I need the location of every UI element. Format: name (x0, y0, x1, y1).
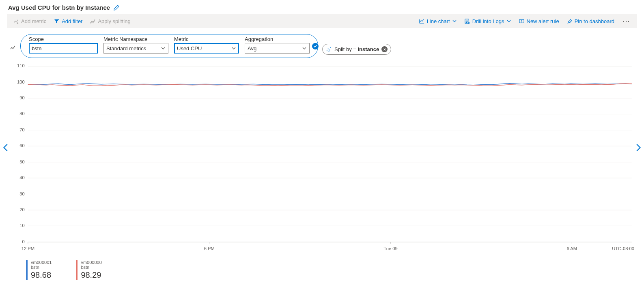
split-by-pill[interactable]: Split by = Instance (322, 44, 391, 55)
svg-point-4 (328, 48, 329, 49)
add-metric-button[interactable]: Add metric (12, 17, 47, 25)
scope-input[interactable] (29, 43, 98, 54)
split-by-label: Split by = Instance (334, 46, 379, 52)
y-tick-label: 100 (17, 79, 25, 84)
filter-icon (54, 18, 60, 24)
logs-icon (464, 18, 470, 24)
y-tick-label: 60 (19, 143, 24, 148)
legend-color-swatch (26, 260, 28, 279)
chevron-down-icon (302, 46, 307, 51)
metric-config-row: Scope Metric Namespace Standard metrics … (0, 28, 644, 60)
remove-split-icon[interactable] (381, 46, 388, 52)
x-tick-label: 12 PM (22, 246, 34, 251)
y-tick-label: 20 (19, 207, 24, 212)
y-tick-label: 0 (22, 239, 24, 244)
alert-icon (519, 18, 525, 24)
y-tick-label: 90 (19, 95, 24, 100)
chart-legend: vm000001 bstn 98.68 vm000000 bstn 98.29 (26, 260, 636, 279)
metric-series-icon (10, 45, 16, 51)
legend-resource-name: bstn (31, 265, 52, 270)
y-tick-label: 70 (19, 127, 24, 132)
metric-config-pill: Scope Metric Namespace Standard metrics … (20, 34, 318, 58)
y-tick-label: 50 (19, 159, 24, 164)
x-tick-label: 6 PM (204, 246, 215, 251)
y-tick-label: 80 (19, 111, 24, 116)
y-tick-label: 40 (19, 175, 24, 180)
chevron-down-icon (161, 46, 166, 51)
svg-point-7 (328, 51, 329, 51)
legend-series-name: vm000001 (31, 260, 52, 265)
pin-icon (566, 18, 573, 24)
drill-into-logs-dropdown[interactable]: Drill into Logs (463, 17, 512, 25)
legend-value: 98.68 (31, 270, 52, 280)
chevron-down-icon (231, 46, 236, 51)
aggregation-select[interactable]: Avg (245, 43, 310, 54)
time-forward-button[interactable] (633, 143, 642, 152)
legend-color-swatch (76, 260, 78, 279)
pin-to-dashboard-button[interactable]: Pin to dashboard (566, 17, 615, 25)
legend-resource-name: bstn (81, 265, 101, 270)
legend-item[interactable]: vm000001 bstn 98.68 (26, 260, 52, 279)
chart-header: Avg Used CPU for bstn by Instance (0, 0, 644, 14)
y-tick-label: 10 (19, 223, 24, 228)
svg-point-3 (327, 50, 327, 51)
edit-title-icon[interactable] (113, 4, 120, 11)
add-filter-button[interactable]: Add filter (53, 17, 83, 25)
metric-namespace-select[interactable]: Standard metrics (103, 43, 168, 54)
sparkle-plus-icon (13, 18, 19, 24)
chart-title: Avg Used CPU for bstn by Instance (8, 4, 110, 11)
apply-splitting-button[interactable]: Apply splitting (89, 17, 131, 25)
x-tick-label: 6 AM (567, 246, 577, 251)
svg-point-5 (329, 49, 330, 50)
metric-namespace-label: Metric Namespace (103, 36, 168, 42)
new-alert-rule-button[interactable]: New alert rule (518, 17, 560, 25)
line-chart-plot[interactable]: 010203040506070809010011012 PM6 PMTue 09… (8, 62, 636, 256)
chevron-down-icon (506, 19, 511, 24)
x-tick-label: Tue 09 (383, 246, 397, 251)
split-icon (90, 18, 96, 24)
y-tick-label: 110 (17, 63, 25, 68)
chart-area: 010203040506070809010011012 PM6 PMTue 09… (8, 62, 636, 280)
more-menu-button[interactable]: ⋯ (621, 17, 632, 26)
aggregation-label: Aggregation (245, 36, 310, 42)
legend-series-name: vm000000 (81, 260, 101, 265)
svg-point-2 (521, 21, 521, 22)
chevron-down-icon (452, 19, 457, 24)
time-back-button[interactable] (2, 143, 11, 152)
scatter-icon (326, 46, 332, 52)
scope-label: Scope (29, 36, 98, 42)
line-chart-icon (419, 18, 425, 24)
line-chart-dropdown[interactable]: Line chart (418, 17, 458, 25)
chart-toolbar: Add metric Add filter Apply splitting (7, 14, 637, 28)
svg-point-6 (330, 47, 331, 48)
legend-value: 98.29 (81, 270, 101, 280)
metric-select[interactable]: Used CPU (174, 43, 239, 54)
config-valid-check-icon (312, 43, 319, 49)
y-tick-label: 30 (19, 191, 24, 196)
timezone-label: UTC-08:00 (612, 246, 634, 251)
metric-label: Metric (174, 36, 239, 42)
legend-item[interactable]: vm000000 bstn 98.29 (76, 260, 101, 279)
